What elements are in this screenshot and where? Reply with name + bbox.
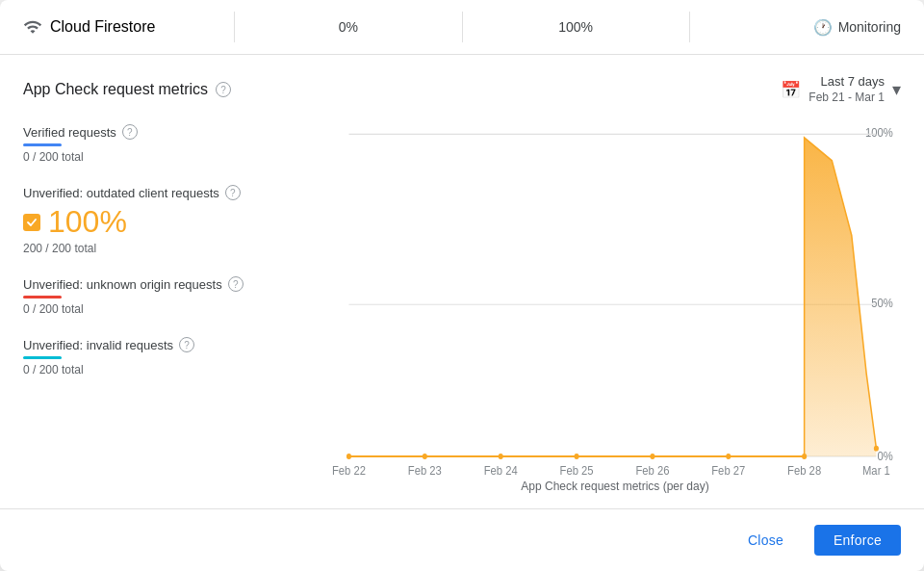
metric-outdated-big-value: 100% bbox=[48, 204, 127, 240]
metrics-chart-area: Verified requests ? 0 / 200 total Unveri… bbox=[23, 120, 901, 501]
metric-unknown: Unverified: unknown origin requests ? 0 … bbox=[23, 276, 321, 316]
metric-invalid: Unverified: invalid requests ? 0 / 200 t… bbox=[23, 337, 321, 376]
svg-text:Feb 26: Feb 26 bbox=[635, 464, 669, 478]
check-icon bbox=[26, 217, 38, 228]
pct-100: 100% bbox=[478, 19, 674, 35]
metric-outdated-help[interactable]: ? bbox=[225, 185, 241, 200]
chart-x-axis-label: App Check request metrics (per day) bbox=[329, 478, 901, 501]
metric-verified-bar bbox=[23, 143, 62, 146]
svg-point-7 bbox=[346, 454, 351, 459]
metric-unknown-label: Unverified: unknown origin requests ? bbox=[23, 276, 321, 292]
svg-text:Feb 23: Feb 23 bbox=[408, 464, 442, 478]
bottom-bar: Close Enforce bbox=[0, 508, 924, 571]
svg-point-9 bbox=[499, 454, 503, 459]
chart-wrapper: 100% 50% 0% bbox=[329, 120, 901, 478]
svg-point-10 bbox=[574, 454, 578, 459]
main-content: App Check request metrics ? 📅 Last 7 day… bbox=[0, 55, 924, 501]
section-title-area: App Check request metrics ? bbox=[23, 81, 231, 98]
pct-0: 0% bbox=[250, 19, 446, 35]
metric-outdated-checkbox[interactable] bbox=[23, 214, 40, 231]
close-button[interactable]: Close bbox=[729, 525, 803, 556]
chart-svg: 100% 50% 0% bbox=[329, 120, 901, 478]
svg-text:0%: 0% bbox=[878, 449, 893, 463]
metric-invalid-help[interactable]: ? bbox=[179, 337, 194, 352]
metric-unknown-help[interactable]: ? bbox=[228, 276, 244, 292]
svg-point-11 bbox=[650, 454, 654, 459]
section-title-text: App Check request metrics bbox=[23, 81, 208, 98]
metric-verified-help[interactable]: ? bbox=[122, 124, 138, 140]
chevron-down-icon: ▾ bbox=[892, 79, 901, 100]
enforce-button[interactable]: Enforce bbox=[814, 525, 901, 556]
calendar-icon: 📅 bbox=[781, 80, 801, 100]
metric-invalid-bar bbox=[23, 356, 62, 359]
section-header: App Check request metrics ? 📅 Last 7 day… bbox=[23, 74, 901, 105]
svg-text:100%: 100% bbox=[865, 125, 893, 140]
svg-marker-6 bbox=[348, 138, 876, 456]
metric-verified-label: Verified requests ? bbox=[23, 124, 321, 140]
svg-point-12 bbox=[726, 454, 731, 459]
metric-outdated-label: Unverified: outdated client requests ? bbox=[23, 185, 321, 200]
svg-text:Feb 25: Feb 25 bbox=[560, 464, 594, 478]
svg-text:Feb 27: Feb 27 bbox=[711, 464, 745, 478]
divider-3 bbox=[689, 12, 690, 42]
svg-text:Feb 28: Feb 28 bbox=[787, 464, 821, 478]
svg-text:Mar 1: Mar 1 bbox=[862, 464, 890, 478]
firestore-icon bbox=[23, 17, 42, 37]
chart-area: 100% 50% 0% bbox=[321, 120, 901, 501]
divider-1 bbox=[234, 12, 235, 42]
date-range-text: Last 7 days Feb 21 - Mar 1 bbox=[808, 74, 885, 105]
metric-invalid-value: 0 / 200 total bbox=[23, 363, 321, 376]
svg-point-14 bbox=[874, 446, 879, 452]
service-label: Cloud Firestore bbox=[23, 17, 218, 37]
svg-point-8 bbox=[423, 454, 427, 459]
svg-text:Feb 22: Feb 22 bbox=[332, 464, 366, 478]
metrics-panel: Verified requests ? 0 / 200 total Unveri… bbox=[23, 120, 321, 501]
divider-2 bbox=[462, 12, 463, 42]
metric-outdated: Unverified: outdated client requests ? 1… bbox=[23, 185, 321, 255]
svg-text:50%: 50% bbox=[871, 296, 893, 310]
metric-outdated-big-row: 100% bbox=[23, 204, 321, 240]
metric-invalid-label: Unverified: invalid requests ? bbox=[23, 337, 321, 352]
service-name: Cloud Firestore bbox=[50, 18, 155, 36]
dialog: Cloud Firestore 0% 100% 🕐 Monitoring App… bbox=[0, 0, 924, 571]
metric-outdated-value: 200 / 200 total bbox=[23, 242, 321, 255]
metric-unknown-value: 0 / 200 total bbox=[23, 302, 321, 316]
date-range-sub: Feb 21 - Mar 1 bbox=[808, 91, 885, 106]
top-bar: Cloud Firestore 0% 100% 🕐 Monitoring bbox=[0, 0, 924, 55]
metric-verified: Verified requests ? 0 / 200 total bbox=[23, 124, 321, 164]
monitoring-link[interactable]: 🕐 Monitoring bbox=[706, 18, 901, 37]
section-help-icon[interactable]: ? bbox=[216, 82, 231, 97]
metric-unknown-bar bbox=[23, 296, 62, 298]
date-range-label: Last 7 days bbox=[821, 74, 886, 91]
date-range-selector[interactable]: 📅 Last 7 days Feb 21 - Mar 1 ▾ bbox=[781, 74, 901, 105]
metric-verified-value: 0 / 200 total bbox=[23, 150, 321, 164]
svg-text:Feb 24: Feb 24 bbox=[484, 464, 518, 478]
svg-point-13 bbox=[802, 454, 807, 459]
clock-icon: 🕐 bbox=[813, 18, 833, 37]
